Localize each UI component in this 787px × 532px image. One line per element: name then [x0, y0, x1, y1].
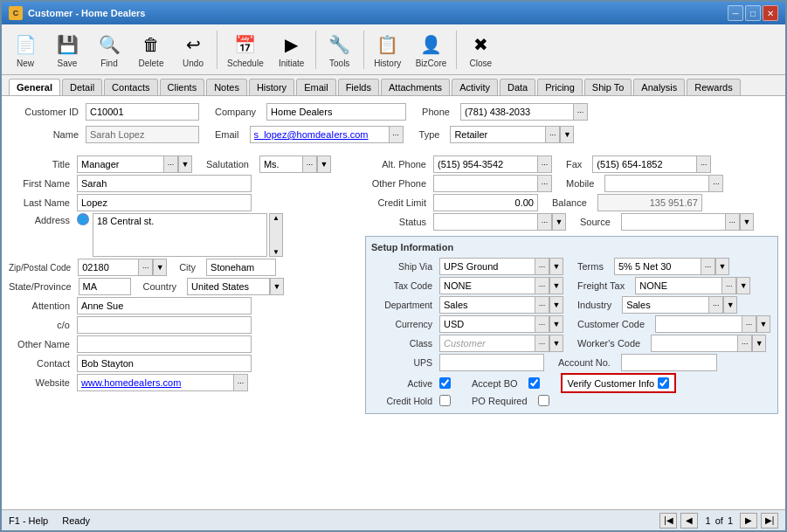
salutation-dots-btn[interactable]: ··· — [303, 155, 317, 173]
terms-input[interactable] — [614, 258, 701, 275]
tax-code-arrow-btn[interactable]: ▼ — [549, 277, 563, 294]
tab-email[interactable]: Email — [296, 79, 336, 95]
tab-history[interactable]: History — [249, 79, 294, 95]
freight-tax-dots-btn[interactable]: ··· — [722, 277, 736, 294]
mobile-btn[interactable]: ··· — [709, 175, 723, 192]
account-no-input[interactable] — [621, 354, 717, 371]
delete-button[interactable]: 🗑 Delete — [131, 28, 171, 71]
verify-customer-checkbox[interactable] — [658, 377, 669, 389]
first-page-btn[interactable]: |◀ — [659, 513, 677, 529]
type-input[interactable] — [450, 126, 546, 143]
credit-hold-checkbox[interactable] — [439, 395, 451, 406]
fax-input[interactable] — [592, 155, 697, 173]
contact-input[interactable] — [77, 355, 252, 372]
ship-via-arrow-btn[interactable]: ▼ — [549, 258, 563, 275]
freight-tax-arrow-btn[interactable]: ▼ — [736, 277, 750, 294]
title-dots-btn[interactable]: ··· — [164, 155, 178, 173]
new-button[interactable]: 📄 New — [5, 28, 45, 71]
bizcore-button[interactable]: 👤 BizCore — [410, 28, 453, 71]
next-page-btn[interactable]: ▶ — [740, 513, 757, 529]
save-button[interactable]: 💾 Save — [47, 28, 87, 71]
country-input[interactable] — [187, 278, 270, 295]
maximize-button[interactable]: □ — [745, 5, 761, 21]
close-toolbar-button[interactable]: ✖ Close — [460, 28, 501, 71]
fax-btn[interactable]: ··· — [697, 155, 711, 173]
othername-input[interactable] — [77, 335, 252, 353]
history-button[interactable]: 📋 History — [368, 28, 408, 71]
ship-via-input[interactable] — [439, 258, 535, 275]
status-arrow-btn[interactable]: ▼ — [552, 213, 566, 231]
ship-via-dots-btn[interactable]: ··· — [535, 258, 549, 275]
tax-code-dots-btn[interactable]: ··· — [535, 277, 549, 294]
active-checkbox[interactable] — [439, 377, 451, 389]
country-arrow-btn[interactable]: ▼ — [270, 278, 284, 295]
tab-pricing[interactable]: Pricing — [537, 79, 583, 95]
tab-activity[interactable]: Activity — [452, 79, 498, 95]
company-input[interactable] — [266, 103, 406, 121]
state-input[interactable] — [79, 278, 131, 295]
zip-arrow-btn[interactable]: ▼ — [153, 259, 167, 276]
lastname-input[interactable] — [77, 194, 252, 211]
tab-notes[interactable]: Notes — [206, 79, 247, 95]
tab-shipto[interactable]: Ship To — [584, 79, 632, 95]
minimize-button[interactable]: ─ — [728, 5, 743, 21]
terms-dots-btn[interactable]: ··· — [701, 258, 715, 275]
currency-arrow-btn[interactable]: ▼ — [549, 315, 563, 333]
department-arrow-btn[interactable]: ▼ — [549, 296, 563, 314]
tax-code-input[interactable] — [439, 277, 535, 294]
tab-data[interactable]: Data — [500, 79, 535, 95]
address-textarea[interactable]: 18 Central st. — [93, 213, 267, 257]
tab-attachments[interactable]: Attachments — [381, 79, 450, 95]
address-scrollbar[interactable]: ▲ ▼ — [269, 213, 283, 257]
industry-input[interactable] — [622, 296, 709, 314]
credit-limit-input[interactable] — [433, 194, 538, 211]
status-dots-btn[interactable]: ··· — [538, 213, 552, 231]
title-arrow-btn[interactable]: ▼ — [178, 155, 192, 173]
industry-dots-btn[interactable]: ··· — [709, 296, 723, 314]
email-input[interactable] — [250, 126, 390, 143]
customer-code-input[interactable] — [655, 315, 742, 333]
currency-dots-btn[interactable]: ··· — [535, 315, 549, 333]
schedule-button[interactable]: 📅 Schedule — [221, 28, 270, 71]
accept-bo-checkbox[interactable] — [528, 377, 540, 389]
prev-page-btn[interactable]: ◀ — [680, 513, 698, 529]
title-input[interactable] — [77, 155, 164, 173]
tools-button[interactable]: 🔧 Tools — [320, 28, 360, 71]
customer-code-arrow-btn[interactable]: ▼ — [756, 315, 770, 333]
source-arrow-btn[interactable]: ▼ — [740, 213, 754, 231]
class-arrow-btn[interactable]: ▼ — [549, 335, 563, 352]
tab-general[interactable]: General — [9, 79, 60, 95]
type-arrow-btn[interactable]: ▼ — [560, 126, 574, 143]
other-phone-input[interactable] — [433, 175, 538, 192]
workers-code-arrow-btn[interactable]: ▼ — [752, 335, 766, 352]
type-btn[interactable]: ··· — [546, 126, 560, 143]
industry-arrow-btn[interactable]: ▼ — [723, 296, 737, 314]
city-input[interactable] — [206, 259, 276, 276]
currency-input[interactable] — [439, 315, 535, 333]
tab-fields[interactable]: Fields — [338, 79, 379, 95]
mobile-input[interactable] — [604, 175, 709, 192]
alt-phone-btn[interactable]: ··· — [538, 155, 552, 173]
class-dots-btn[interactable]: ··· — [535, 335, 549, 352]
zip-input[interactable] — [78, 259, 139, 276]
attention-input[interactable] — [77, 297, 252, 314]
terms-arrow-btn[interactable]: ▼ — [715, 258, 729, 275]
customer-code-dots-btn[interactable]: ··· — [742, 315, 756, 333]
phone-btn[interactable]: ··· — [574, 103, 588, 121]
workers-code-dots-btn[interactable]: ··· — [738, 335, 752, 352]
class-input[interactable] — [439, 335, 535, 352]
zip-dots-btn[interactable]: ··· — [139, 259, 153, 276]
workers-code-input[interactable] — [651, 335, 738, 352]
tab-clients[interactable]: Clients — [160, 79, 205, 95]
website-input[interactable] — [77, 374, 234, 391]
tab-analysis[interactable]: Analysis — [633, 79, 685, 95]
tab-rewards[interactable]: Rewards — [687, 79, 740, 95]
last-page-btn[interactable]: ▶| — [761, 513, 778, 529]
undo-button[interactable]: ↩ Undo — [173, 28, 213, 71]
initiate-button[interactable]: ▶ Initiate — [272, 28, 312, 71]
customer-id-input[interactable] — [86, 103, 199, 121]
tab-detail[interactable]: Detail — [62, 79, 102, 95]
phone-input[interactable] — [460, 103, 574, 121]
ups-input[interactable] — [439, 354, 544, 371]
source-input[interactable] — [621, 213, 726, 231]
